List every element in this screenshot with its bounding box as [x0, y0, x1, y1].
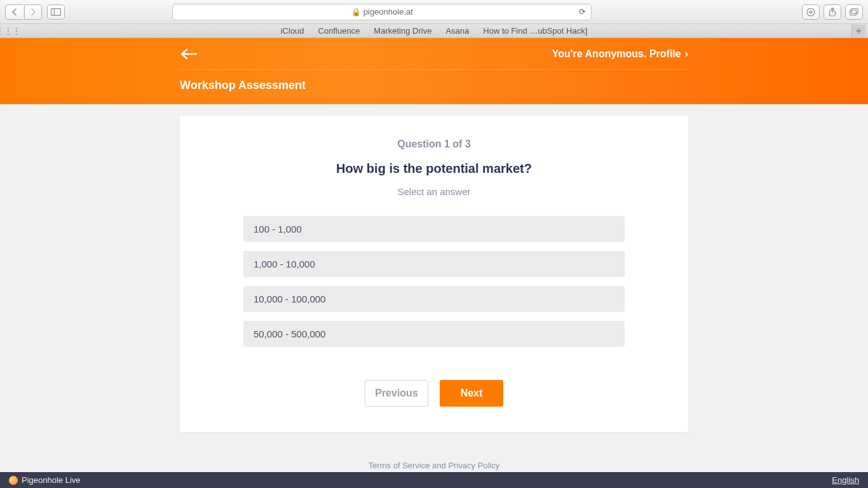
- back-arrow-icon[interactable]: [180, 48, 198, 60]
- bookmarks-grid-icon[interactable]: ⋮⋮⋮: [3, 27, 14, 36]
- new-tab-button[interactable]: +: [851, 25, 865, 37]
- sidebar-toggle-button[interactable]: [47, 4, 65, 20]
- svg-rect-0: [51, 8, 61, 15]
- address-bar[interactable]: 🔒 pigeonhole.at ⟳: [172, 4, 592, 20]
- brand-icon: [9, 476, 18, 485]
- hero-banner: You're Anonymous. Profile › Workshop Ass…: [0, 38, 868, 104]
- lock-icon: 🔒: [351, 8, 361, 17]
- terms-link[interactable]: Terms of Service: [369, 461, 430, 470]
- downloads-button[interactable]: [802, 4, 820, 20]
- nav-button-group: [5, 4, 42, 20]
- bookmark-items: iCloud Confluence Marketing Drive Asana …: [281, 26, 588, 36]
- previous-button[interactable]: Previous: [365, 380, 428, 407]
- svg-rect-5: [851, 8, 858, 13]
- profile-link[interactable]: You're Anonymous. Profile ›: [552, 48, 688, 60]
- bookmark-item[interactable]: Marketing Drive: [374, 26, 431, 36]
- browser-toolbar: 🔒 pigeonhole.at ⟳: [0, 0, 868, 24]
- legal-and: and: [430, 461, 448, 470]
- next-button[interactable]: Next: [440, 380, 503, 407]
- bookmark-item[interactable]: How to Find …ubSpot Hack]: [483, 26, 587, 36]
- question-progress: Question 1 of 3: [205, 139, 663, 150]
- bookmark-item[interactable]: Asana: [445, 26, 469, 36]
- bookmark-item[interactable]: iCloud: [281, 26, 304, 36]
- question-help: Select an answer: [205, 186, 663, 197]
- answer-option[interactable]: 10,000 - 100,000: [243, 286, 625, 312]
- answer-list: 100 - 1,000 1,000 - 10,000 10,000 - 100,…: [243, 216, 625, 347]
- brand-name: Pigeonhole Live: [22, 475, 81, 485]
- forward-button[interactable]: [24, 4, 42, 20]
- answer-option[interactable]: 100 - 1,000: [243, 216, 625, 242]
- address-domain: pigeonhole.at: [363, 7, 413, 17]
- question-text: How big is the potential market?: [205, 161, 663, 176]
- chevron-right-icon: ›: [685, 48, 688, 60]
- tabs-button[interactable]: [845, 4, 863, 20]
- reload-icon[interactable]: ⟳: [579, 7, 586, 17]
- nav-buttons: Previous Next: [205, 380, 663, 407]
- status-bar: Pigeonhole Live English: [0, 472, 868, 488]
- language-selector[interactable]: English: [832, 475, 859, 485]
- share-button[interactable]: [824, 4, 841, 20]
- privacy-link[interactable]: Privacy Policy: [448, 461, 499, 470]
- answer-option[interactable]: 1,000 - 10,000: [243, 251, 625, 277]
- content-area: Question 1 of 3 How big is the potential…: [0, 104, 868, 472]
- bookmarks-bar: ⋮⋮⋮ iCloud Confluence Marketing Drive As…: [0, 24, 868, 38]
- back-button[interactable]: [5, 4, 23, 20]
- question-card: Question 1 of 3 How big is the potential…: [180, 116, 688, 432]
- toolbar-right: [802, 4, 863, 20]
- bookmark-item[interactable]: Confluence: [318, 26, 360, 36]
- legal-footer: Terms of Service and Privacy Policy: [0, 461, 868, 470]
- answer-option[interactable]: 50,000 - 500,000: [243, 321, 625, 347]
- page-title: Workshop Assessment: [180, 70, 688, 92]
- svg-rect-4: [850, 10, 856, 15]
- profile-text: You're Anonymous. Profile: [552, 48, 681, 60]
